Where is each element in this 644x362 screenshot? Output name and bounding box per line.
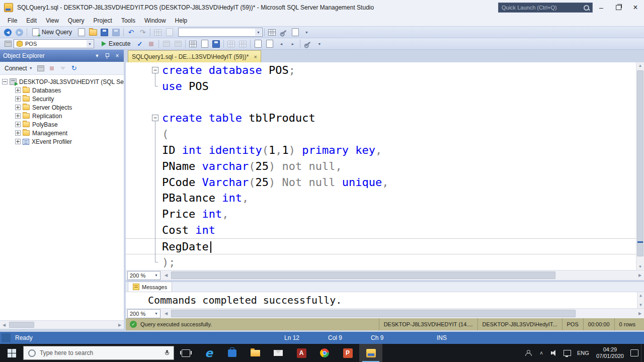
taskbar-app-edge[interactable]: e: [197, 344, 220, 362]
code-line-2[interactable]: use POS: [126, 78, 636, 95]
menu-edit[interactable]: Edit: [22, 16, 41, 25]
document-tab-sqlquery1[interactable]: SQLQuery1.sql - DE...L3SVD\HedyIT (59))*…: [128, 50, 261, 62]
scroll-up-icon[interactable]: ▲: [637, 293, 644, 298]
code-line-13[interactable]: );: [126, 254, 636, 270]
refresh-button[interactable]: ↻: [69, 64, 79, 73]
decrease-indent-button[interactable]: ◄: [275, 39, 287, 49]
open-file-button[interactable]: [87, 27, 99, 37]
window-position-button[interactable]: ▼: [94, 52, 101, 59]
disconnect-button[interactable]: [172, 39, 184, 49]
close-panel-button[interactable]: ×: [114, 52, 121, 59]
results-to-grid-button[interactable]: [187, 39, 199, 49]
scroll-left-icon[interactable]: ◀: [162, 311, 170, 316]
minimize-button[interactable]: –: [593, 1, 610, 15]
tree-node-xevent-profiler[interactable]: XEvent Profiler: [0, 137, 124, 146]
results-to-text-button[interactable]: [199, 39, 210, 49]
properties-window-button[interactable]: [278, 27, 289, 37]
registered-servers-button[interactable]: [266, 27, 278, 37]
task-view-button[interactable]: [174, 344, 197, 362]
filter-button[interactable]: [58, 64, 68, 73]
tree-node-security[interactable]: Security: [0, 95, 124, 103]
scrollbar-thumb[interactable]: [637, 70, 643, 256]
auto-hide-button[interactable]: [104, 52, 111, 59]
object-explorer-header[interactable]: Object Explorer ▼ ×: [0, 50, 124, 62]
tree-node-polybase[interactable]: PolyBase: [0, 120, 124, 129]
redo-button[interactable]: ↷: [137, 27, 148, 37]
taskbar-app-powerpoint[interactable]: P: [336, 344, 359, 362]
menu-project[interactable]: Project: [89, 16, 117, 25]
code-line-6[interactable]: ID int identity(1,1) primary key,: [126, 142, 636, 158]
save-button[interactable]: [99, 27, 110, 37]
estimated-plan-button[interactable]: [225, 39, 237, 49]
expand-expander[interactable]: [15, 105, 21, 110]
menu-help[interactable]: Help: [171, 16, 192, 25]
tab-close-icon[interactable]: ×: [254, 54, 257, 60]
uncomment-button[interactable]: [264, 39, 275, 49]
connect-database-button[interactable]: [2, 39, 14, 49]
volume-button[interactable]: [548, 344, 561, 362]
sql-code-editor[interactable]: create database POS;use POScreate table …: [126, 62, 644, 270]
cancel-query-button[interactable]: [145, 39, 157, 49]
scroll-right-icon[interactable]: ▶: [636, 273, 644, 278]
undo-button[interactable]: ↶: [125, 27, 137, 37]
taskbar-search-input[interactable]: Type here to search: [23, 346, 174, 360]
live-query-stats-button[interactable]: [237, 39, 249, 49]
scroll-right-icon[interactable]: ▶: [636, 311, 644, 316]
connect-dropdown[interactable]: Connect ▼: [3, 64, 35, 72]
expand-expander[interactable]: [15, 139, 21, 144]
new-document-button[interactable]: [75, 27, 87, 37]
tree-node-databases[interactable]: Databases: [0, 86, 124, 95]
network-button[interactable]: [561, 344, 574, 362]
close-button[interactable]: ×: [627, 1, 644, 15]
scrollbar-thumb[interactable]: [171, 272, 555, 279]
comment-button[interactable]: [252, 39, 264, 49]
activity-monitor-button[interactable]: [152, 27, 164, 37]
object-explorer-horizontal-scrollbar[interactable]: ◀ ▶: [0, 320, 124, 329]
new-query-button[interactable]: New Query: [29, 27, 75, 37]
fold-collapse-button[interactable]: −: [152, 67, 158, 73]
navigate-forward-button[interactable]: ▶: [14, 27, 25, 37]
collapse-expander[interactable]: [2, 79, 8, 84]
increase-indent-button[interactable]: ►: [287, 39, 298, 49]
menu-file[interactable]: File: [3, 16, 22, 25]
taskbar-app-ssms-active[interactable]: [359, 344, 382, 362]
disconnect-server-button[interactable]: [36, 64, 46, 73]
expand-expander[interactable]: [15, 122, 21, 127]
taskbar-app-mail[interactable]: [267, 344, 290, 362]
taskbar-app-chrome[interactable]: [313, 344, 336, 362]
editor-zoom-combo[interactable]: 200 % ▼: [127, 271, 160, 280]
messages-tab[interactable]: Messages: [128, 282, 172, 292]
scrollbar-thumb[interactable]: [9, 322, 34, 328]
tree-node-management[interactable]: Management: [0, 129, 124, 137]
code-line-7[interactable]: PName varchar(25) not null,: [126, 158, 636, 174]
expand-expander[interactable]: [15, 113, 21, 119]
print-button[interactable]: [164, 27, 175, 37]
scroll-right-icon[interactable]: ▶: [116, 323, 124, 327]
code-line-5[interactable]: (: [126, 126, 636, 142]
code-line-11[interactable]: Cost int: [126, 222, 636, 238]
expand-expander[interactable]: [15, 96, 21, 102]
debug-options-button[interactable]: [302, 39, 313, 49]
expand-expander[interactable]: [15, 130, 21, 136]
people-button[interactable]: [522, 344, 535, 362]
menu-query[interactable]: Query: [63, 16, 89, 25]
tree-node-replication[interactable]: Replication: [0, 112, 124, 120]
scroll-left-icon[interactable]: ◀: [0, 323, 8, 327]
language-button[interactable]: ENG: [574, 344, 592, 362]
restore-button[interactable]: [610, 1, 627, 15]
start-button[interactable]: [0, 344, 23, 362]
code-line-1[interactable]: create database POS;: [126, 62, 636, 78]
code-line-8[interactable]: PCode Varchar(25) Not null unique,: [126, 174, 636, 191]
change-connection-button[interactable]: [160, 39, 172, 49]
menu-tools[interactable]: Tools: [117, 16, 140, 25]
taskbar-app-file-explorer[interactable]: [244, 344, 267, 362]
toolbar-overflow-button[interactable]: ▼: [301, 27, 312, 37]
menu-window[interactable]: Window: [140, 16, 171, 25]
microphone-icon[interactable]: [165, 350, 169, 356]
save-all-button[interactable]: [110, 27, 122, 37]
tree-node-server-objects[interactable]: Server Objects: [0, 103, 124, 112]
code-line-10[interactable]: Price int,: [126, 206, 636, 222]
scroll-down-icon[interactable]: ▼: [637, 303, 644, 307]
toolbar-overflow-button[interactable]: ▼: [313, 39, 325, 49]
code-line-3[interactable]: [126, 95, 636, 111]
